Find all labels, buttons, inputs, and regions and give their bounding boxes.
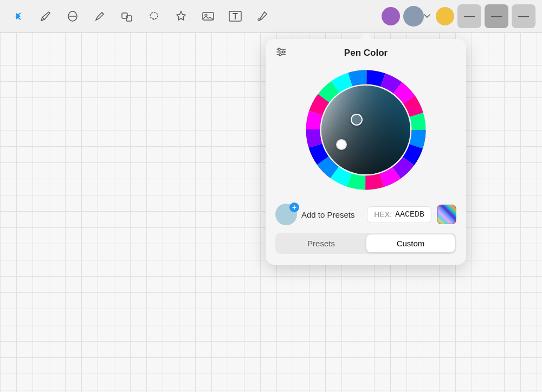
svg-point-3 — [150, 12, 158, 19]
hex-label: HEX: — [374, 210, 392, 219]
eyedropper-tool-button[interactable] — [250, 4, 274, 28]
svg-point-25 — [321, 86, 410, 174]
color-button-purple[interactable] — [382, 7, 400, 25]
star-tool-button[interactable] — [169, 4, 193, 28]
color-button-active[interactable] — [403, 6, 424, 27]
svg-point-9 — [282, 51, 285, 53]
select-tool-button[interactable] — [115, 4, 139, 28]
hex-value[interactable]: AACEDB — [395, 210, 424, 219]
color-button-yellow[interactable] — [436, 7, 454, 25]
lasso-tool-button[interactable] — [142, 4, 166, 28]
svg-point-10 — [279, 54, 281, 56]
color-wheel-white-dot[interactable] — [336, 139, 347, 150]
minus-button-2[interactable]: — — [485, 4, 508, 28]
color-wheel-wrapper[interactable] — [301, 65, 431, 195]
add-to-presets-button[interactable]: + Add to Presets — [275, 204, 354, 225]
add-to-presets-label: Add to Presets — [301, 210, 354, 219]
tabs-container: Presets Custom — [275, 233, 456, 254]
popup-title: Pen Color — [344, 48, 388, 58]
color-swatch-button[interactable] — [437, 205, 456, 224]
add-preset-plus-icon: + — [289, 202, 299, 212]
tab-custom[interactable]: Custom — [366, 234, 455, 252]
eraser-tool-button[interactable] — [61, 4, 85, 28]
color-picker-popup: Pen Color — [266, 39, 466, 265]
svg-point-8 — [278, 48, 280, 50]
sliders-icon[interactable] — [275, 46, 287, 60]
image-tool-button[interactable] — [196, 4, 220, 28]
pen-tool-button[interactable] — [34, 4, 57, 28]
minus-button-3[interactable]: — — [512, 4, 535, 28]
text-tool-button[interactable] — [223, 4, 247, 28]
color-preview-wrapper: + — [275, 204, 297, 225]
popup-header: Pen Color — [275, 48, 456, 58]
bluetooth-icon-button[interactable] — [7, 4, 30, 28]
toolbar: — — — — [0, 0, 542, 32]
tab-presets[interactable]: Presets — [277, 234, 365, 252]
color-wheel-thumb[interactable] — [351, 114, 363, 126]
color-wheel-svg[interactable] — [301, 65, 431, 195]
color-wheel-container[interactable] — [275, 65, 456, 195]
bottom-controls: + Add to Presets HEX: AACEDB — [275, 204, 456, 225]
minus-button-1[interactable]: — — [457, 4, 481, 28]
marker-tool-button[interactable] — [88, 4, 112, 28]
hex-input-area[interactable]: HEX: AACEDB — [367, 206, 431, 223]
